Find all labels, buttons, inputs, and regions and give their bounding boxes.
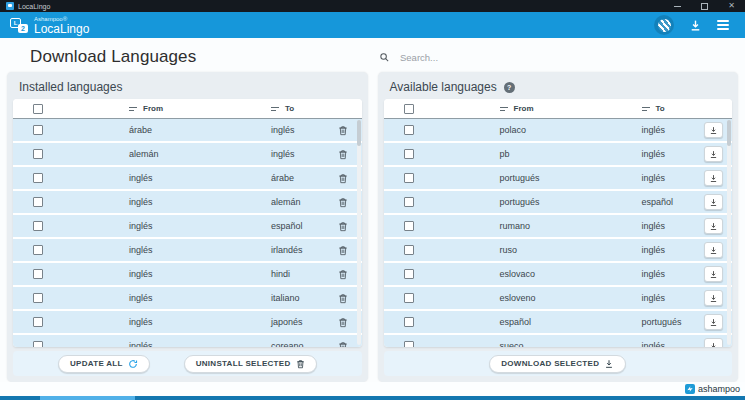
available-language-row[interactable]: polaco inglés (384, 119, 733, 141)
from-cell: inglés (129, 269, 271, 279)
installed-language-row[interactable]: inglés italiano (13, 287, 362, 309)
row-checkbox[interactable] (404, 221, 414, 231)
trash-icon[interactable] (338, 125, 348, 136)
to-cell: inglés (642, 341, 695, 347)
row-checkbox[interactable] (33, 293, 43, 303)
row-checkbox[interactable] (404, 317, 414, 327)
row-checkbox[interactable] (33, 245, 43, 255)
from-cell: esloveno (500, 293, 642, 303)
installed-language-row[interactable]: inglés irlandés (13, 239, 362, 261)
scrollbar-thumb[interactable] (357, 120, 361, 146)
sort-icon (642, 105, 651, 112)
to-cell: italiano (271, 293, 324, 303)
installed-language-row[interactable]: inglés alemán (13, 191, 362, 213)
scrollbar-thumb[interactable] (727, 120, 731, 146)
row-checkbox[interactable] (33, 173, 43, 183)
trash-icon[interactable] (338, 197, 348, 208)
row-checkbox[interactable] (404, 341, 414, 347)
from-cell: inglés (129, 293, 271, 303)
refresh-icon (128, 359, 138, 369)
from-cell: inglés (129, 173, 271, 183)
page-title: Download Languages (30, 47, 196, 67)
download-row-button[interactable] (704, 170, 723, 186)
available-language-row[interactable]: ruso inglés (384, 239, 733, 261)
row-checkbox[interactable] (404, 173, 414, 183)
trash-icon (296, 359, 305, 369)
row-checkbox[interactable] (33, 317, 43, 327)
scrollbar-track[interactable] (357, 120, 361, 345)
available-language-row[interactable]: rumano inglés (384, 215, 733, 237)
help-icon[interactable]: ? (504, 82, 515, 93)
update-all-button[interactable]: UPDATE ALL (58, 355, 150, 373)
row-checkbox[interactable] (33, 125, 43, 135)
uninstall-selected-button[interactable]: UNINSTALL SELECTED (184, 355, 317, 373)
select-all-checkbox[interactable] (404, 104, 414, 114)
close-button[interactable]: ✕ (728, 2, 735, 10)
available-language-row[interactable]: español portugués (384, 311, 733, 333)
trash-icon[interactable] (338, 149, 348, 160)
download-row-button[interactable] (704, 266, 723, 282)
search-box[interactable] (379, 51, 717, 64)
scrollbar-track[interactable] (727, 120, 731, 345)
column-header-from[interactable]: From (500, 104, 642, 113)
download-icon[interactable] (689, 19, 702, 32)
installed-language-row[interactable]: árabe inglés (13, 119, 362, 141)
to-cell: inglés (271, 149, 324, 159)
download-selected-button[interactable]: DOWNLOAD SELECTED (489, 355, 626, 373)
installed-language-row[interactable]: inglés coreano (13, 335, 362, 347)
select-all-checkbox[interactable] (33, 104, 43, 114)
column-header-to[interactable]: To (271, 104, 324, 113)
row-checkbox[interactable] (33, 221, 43, 231)
maximize-button[interactable] (701, 3, 708, 10)
titlebar: LocaLingo ✕ (0, 0, 745, 12)
row-checkbox[interactable] (404, 245, 414, 255)
trash-icon[interactable] (338, 317, 348, 328)
installed-panel: Installed languages From To árabe inglés… (7, 72, 368, 382)
from-cell: eslovaco (500, 269, 642, 279)
available-language-row[interactable]: pb inglés (384, 143, 733, 165)
column-header-to[interactable]: To (642, 104, 695, 113)
sort-icon (271, 105, 280, 112)
trash-icon[interactable] (338, 173, 348, 184)
row-checkbox[interactable] (33, 269, 43, 279)
download-row-button[interactable] (704, 290, 723, 306)
available-language-row[interactable]: portugués español (384, 191, 733, 213)
theme-icon[interactable] (654, 15, 674, 35)
installed-language-row[interactable]: inglés hindi (13, 263, 362, 285)
available-language-row[interactable]: sueco inglés (384, 335, 733, 347)
trash-icon[interactable] (338, 293, 348, 304)
download-row-button[interactable] (704, 194, 723, 210)
row-checkbox[interactable] (404, 197, 414, 207)
download-row-button[interactable] (704, 242, 723, 258)
download-row-button[interactable] (704, 218, 723, 234)
row-checkbox[interactable] (404, 293, 414, 303)
trash-icon[interactable] (338, 221, 348, 232)
row-checkbox[interactable] (33, 341, 43, 347)
available-language-row[interactable]: portugués inglés (384, 167, 733, 189)
download-row-button[interactable] (704, 338, 723, 347)
installed-language-row[interactable]: inglés árabe (13, 167, 362, 189)
localingo-logo-icon: L2 (10, 18, 28, 33)
installed-language-row[interactable]: alemán inglés (13, 143, 362, 165)
row-checkbox[interactable] (33, 197, 43, 207)
row-checkbox[interactable] (404, 125, 414, 135)
download-row-button[interactable] (704, 122, 723, 138)
installed-language-row[interactable]: inglés español (13, 215, 362, 237)
minimize-button[interactable] (674, 6, 681, 7)
trash-icon[interactable] (338, 341, 348, 348)
ashampoo-logo[interactable]: ashampoo (685, 384, 740, 394)
column-header-from[interactable]: From (129, 104, 271, 113)
row-checkbox[interactable] (33, 149, 43, 159)
row-checkbox[interactable] (404, 149, 414, 159)
from-cell: pb (500, 149, 642, 159)
available-language-row[interactable]: esloveno inglés (384, 287, 733, 309)
search-input[interactable] (398, 51, 717, 64)
download-row-button[interactable] (704, 146, 723, 162)
menu-icon[interactable] (717, 20, 729, 30)
available-language-row[interactable]: eslovaco inglés (384, 263, 733, 285)
trash-icon[interactable] (338, 269, 348, 280)
download-row-button[interactable] (704, 314, 723, 330)
installed-language-row[interactable]: inglés japonés (13, 311, 362, 333)
row-checkbox[interactable] (404, 269, 414, 279)
trash-icon[interactable] (338, 245, 348, 256)
